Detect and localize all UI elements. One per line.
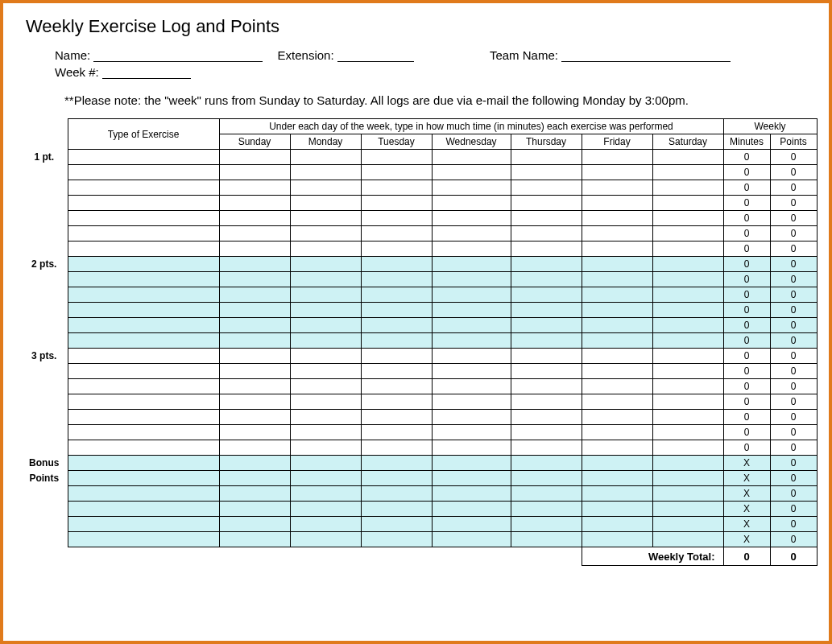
extension-input[interactable]: [337, 50, 414, 62]
day-cell[interactable]: [290, 502, 361, 517]
day-cell[interactable]: [361, 303, 432, 318]
day-cell[interactable]: [511, 410, 582, 425]
name-input[interactable]: [93, 50, 263, 62]
type-cell[interactable]: [68, 379, 219, 394]
day-cell[interactable]: [582, 303, 652, 318]
day-cell[interactable]: [219, 456, 290, 471]
day-cell[interactable]: [652, 425, 723, 440]
day-cell[interactable]: [432, 318, 511, 333]
type-cell[interactable]: [68, 440, 219, 456]
day-cell[interactable]: [432, 165, 511, 180]
day-cell[interactable]: [432, 287, 511, 303]
day-cell[interactable]: [652, 211, 723, 226]
type-cell[interactable]: [68, 226, 219, 242]
day-cell[interactable]: [432, 471, 511, 486]
day-cell[interactable]: [361, 410, 432, 425]
day-cell[interactable]: [652, 272, 723, 287]
day-cell[interactable]: [582, 349, 652, 364]
day-cell[interactable]: [290, 287, 361, 303]
day-cell[interactable]: [361, 349, 432, 364]
day-cell[interactable]: [432, 502, 511, 517]
day-cell[interactable]: [219, 471, 290, 486]
day-cell[interactable]: [361, 517, 432, 532]
day-cell[interactable]: [432, 532, 511, 547]
type-cell[interactable]: [68, 318, 219, 333]
day-cell[interactable]: [582, 211, 652, 226]
day-cell[interactable]: [511, 394, 582, 410]
type-cell[interactable]: [68, 502, 219, 517]
day-cell[interactable]: [511, 211, 582, 226]
type-cell[interactable]: [68, 471, 219, 486]
day-cell[interactable]: [582, 150, 652, 165]
day-cell[interactable]: [432, 349, 511, 364]
type-cell[interactable]: [68, 196, 219, 211]
day-cell[interactable]: [582, 532, 652, 547]
day-cell[interactable]: [290, 425, 361, 440]
day-cell[interactable]: [219, 517, 290, 532]
day-cell[interactable]: [361, 440, 432, 456]
day-cell[interactable]: [432, 257, 511, 272]
day-cell[interactable]: [511, 349, 582, 364]
day-cell[interactable]: [652, 226, 723, 242]
day-cell[interactable]: [219, 502, 290, 517]
day-cell[interactable]: [432, 226, 511, 242]
type-cell[interactable]: [68, 303, 219, 318]
day-cell[interactable]: [652, 150, 723, 165]
type-cell[interactable]: [68, 333, 219, 349]
day-cell[interactable]: [511, 425, 582, 440]
type-cell[interactable]: [68, 150, 219, 165]
day-cell[interactable]: [361, 318, 432, 333]
day-cell[interactable]: [582, 257, 652, 272]
day-cell[interactable]: [582, 425, 652, 440]
day-cell[interactable]: [290, 211, 361, 226]
day-cell[interactable]: [219, 364, 290, 379]
day-cell[interactable]: [290, 318, 361, 333]
day-cell[interactable]: [582, 456, 652, 471]
day-cell[interactable]: [219, 226, 290, 242]
type-cell[interactable]: [68, 287, 219, 303]
day-cell[interactable]: [582, 517, 652, 532]
day-cell[interactable]: [432, 425, 511, 440]
type-cell[interactable]: [68, 410, 219, 425]
day-cell[interactable]: [219, 303, 290, 318]
day-cell[interactable]: [511, 196, 582, 211]
type-cell[interactable]: [68, 425, 219, 440]
day-cell[interactable]: [361, 379, 432, 394]
day-cell[interactable]: [361, 165, 432, 180]
day-cell[interactable]: [652, 318, 723, 333]
day-cell[interactable]: [432, 394, 511, 410]
day-cell[interactable]: [432, 379, 511, 394]
day-cell[interactable]: [432, 242, 511, 257]
day-cell[interactable]: [582, 486, 652, 502]
day-cell[interactable]: [432, 486, 511, 502]
day-cell[interactable]: [219, 257, 290, 272]
day-cell[interactable]: [582, 196, 652, 211]
type-cell[interactable]: [68, 517, 219, 532]
day-cell[interactable]: [361, 257, 432, 272]
day-cell[interactable]: [219, 440, 290, 456]
type-cell[interactable]: [68, 211, 219, 226]
day-cell[interactable]: [652, 410, 723, 425]
day-cell[interactable]: [582, 440, 652, 456]
day-cell[interactable]: [432, 196, 511, 211]
day-cell[interactable]: [432, 211, 511, 226]
day-cell[interactable]: [361, 425, 432, 440]
type-cell[interactable]: [68, 394, 219, 410]
day-cell[interactable]: [511, 272, 582, 287]
day-cell[interactable]: [582, 471, 652, 486]
day-cell[interactable]: [582, 272, 652, 287]
day-cell[interactable]: [290, 272, 361, 287]
day-cell[interactable]: [290, 196, 361, 211]
day-cell[interactable]: [582, 226, 652, 242]
day-cell[interactable]: [652, 165, 723, 180]
day-cell[interactable]: [290, 333, 361, 349]
type-cell[interactable]: [68, 349, 219, 364]
day-cell[interactable]: [432, 456, 511, 471]
day-cell[interactable]: [219, 425, 290, 440]
day-cell[interactable]: [219, 394, 290, 410]
day-cell[interactable]: [652, 394, 723, 410]
day-cell[interactable]: [361, 456, 432, 471]
day-cell[interactable]: [361, 364, 432, 379]
day-cell[interactable]: [582, 287, 652, 303]
day-cell[interactable]: [582, 180, 652, 196]
